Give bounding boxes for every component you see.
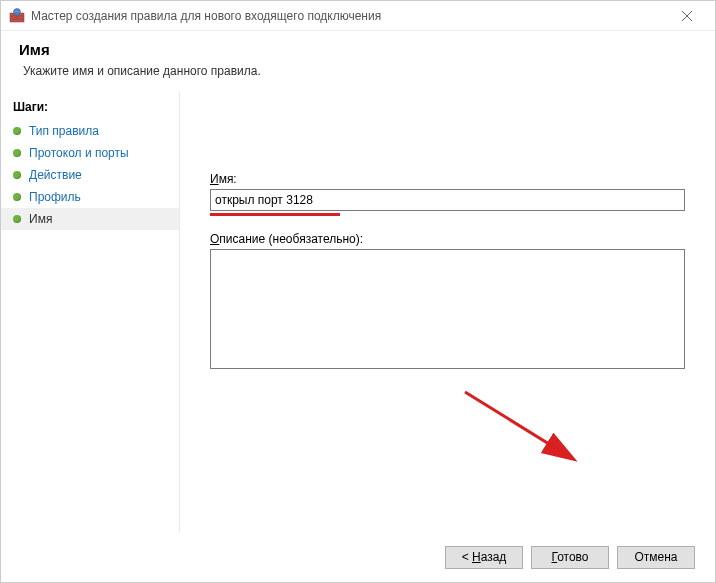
button-bar: < Назад Готово Отмена	[1, 532, 715, 582]
page-subtitle: Укажите имя и описание данного правила.	[19, 64, 697, 78]
step-action[interactable]: Действие	[1, 164, 179, 186]
step-label: Протокол и порты	[29, 146, 129, 160]
close-button[interactable]	[667, 1, 707, 30]
svg-line-10	[465, 392, 570, 457]
wizard-window: Мастер создания правила для нового входя…	[0, 0, 716, 583]
finish-button[interactable]: Готово	[531, 546, 609, 569]
step-protocol-ports[interactable]: Протокол и порты	[1, 142, 179, 164]
description-input[interactable]	[210, 249, 685, 369]
window-title: Мастер создания правила для нового входя…	[31, 9, 381, 23]
content-area: Шаги: Тип правила Протокол и порты Дейст…	[1, 92, 715, 532]
back-button[interactable]: < Назад	[445, 546, 523, 569]
bullet-icon	[13, 215, 21, 223]
steps-sidebar: Шаги: Тип правила Протокол и порты Дейст…	[1, 92, 179, 532]
bullet-icon	[13, 171, 21, 179]
step-label: Имя	[29, 212, 52, 226]
bullet-icon	[13, 149, 21, 157]
bullet-icon	[13, 127, 21, 135]
highlight-annotation	[210, 213, 340, 216]
steps-heading: Шаги:	[1, 96, 179, 120]
page-title: Имя	[19, 41, 697, 58]
arrow-annotation	[455, 382, 595, 472]
step-rule-type[interactable]: Тип правила	[1, 120, 179, 142]
step-name[interactable]: Имя	[1, 208, 179, 230]
firewall-icon	[9, 8, 25, 24]
close-icon	[682, 11, 692, 21]
bullet-icon	[13, 193, 21, 201]
step-label: Профиль	[29, 190, 81, 204]
step-label: Тип правила	[29, 124, 99, 138]
name-label: Имя:	[210, 172, 685, 186]
name-input[interactable]	[210, 189, 685, 211]
cancel-button[interactable]: Отмена	[617, 546, 695, 569]
step-profile[interactable]: Профиль	[1, 186, 179, 208]
step-label: Действие	[29, 168, 82, 182]
main-panel: Имя: Описание (необязательно):	[179, 92, 715, 532]
description-label: Описание (необязательно):	[210, 232, 685, 246]
titlebar: Мастер создания правила для нового входя…	[1, 1, 715, 31]
wizard-header: Имя Укажите имя и описание данного прави…	[1, 31, 715, 92]
